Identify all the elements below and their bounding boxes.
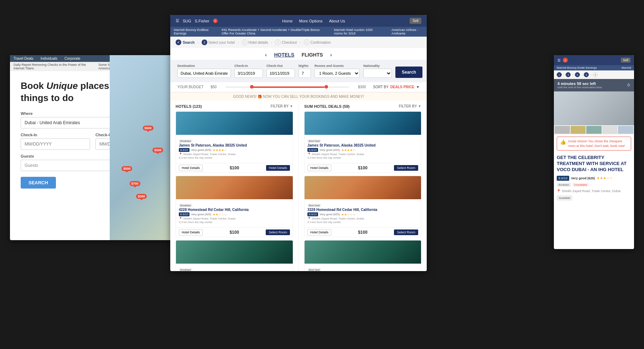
search-button[interactable]: SEARCH <box>21 177 56 189</box>
menu-icon[interactable]: ☰ <box>176 18 179 23</box>
map-panel: $500 $500 $500 $700 $300 <box>110 55 176 240</box>
step-1[interactable]: ✓ Search <box>176 39 194 45</box>
step-3[interactable]: 3 Hotel details <box>242 39 268 45</box>
checkin-label: Check-In <box>234 64 263 68</box>
checkin-field: Check-In <box>234 64 263 78</box>
prev-arrow[interactable]: ‹ <box>262 52 270 58</box>
hotel-info: Best Deal James St Paterson, Alaska 3832… <box>305 135 421 163</box>
nationality-select[interactable] <box>363 69 392 78</box>
hotels-filter-button[interactable]: FILTER BY ▼ <box>271 104 293 109</box>
hotel-info: Breakfast James St Paterson, Alaska 3832… <box>176 135 293 163</box>
hotel-name: 3328 Homestead Rd Cedar Hill, California <box>307 208 418 212</box>
checkin-input[interactable] <box>21 138 90 150</box>
thumb-5[interactable] <box>618 126 633 134</box>
hotel-rating: 8.6/10 Very good (625) ★★★★☆ <box>179 148 290 152</box>
step-arrow: › <box>300 41 301 44</box>
hotel-card: Breakfast 8584 W Sherman Dr Desoto, Okla… <box>176 240 293 271</box>
tab-hotels[interactable]: HOTELS <box>271 52 297 58</box>
step-5-circle: 5 <box>304 39 310 45</box>
step-2[interactable]: 2 Select your hotel <box>202 39 235 45</box>
thumb-3[interactable] <box>586 126 602 134</box>
hotel-details-button[interactable]: Hotel Details <box>307 165 331 171</box>
right-step-1[interactable]: 1 <box>557 72 562 77</box>
step-3-label: Hotel details <box>249 41 268 44</box>
tag-unavailable: Unavailable <box>572 183 589 187</box>
step-arrow: › <box>590 73 591 77</box>
hotel-details-button[interactable]: Hotel Details <box>179 229 203 236</box>
hotel-rating: 8.6/10 Very good (625) ★★☆☆☆ <box>179 212 290 216</box>
nationality-field: Nationality <box>363 64 392 78</box>
thumbs-up-icon: 👍 <box>560 139 566 145</box>
hotel-badge: Breakfast <box>179 204 192 207</box>
nights-input[interactable] <box>298 69 311 78</box>
select-room-button[interactable]: Select Room <box>394 229 418 235</box>
star-rating: ★★☆☆☆ <box>341 213 355 216</box>
nav-about-us[interactable]: About Us <box>329 19 345 23</box>
sum-hotel-card: Best Deal James St Paterson, Alaska 3832… <box>304 111 421 173</box>
hotel-details-button[interactable]: Hotel Details <box>307 229 331 236</box>
sum-deals-count-label: SUM HOTEL DEALS (59) <box>304 104 350 109</box>
right-hotel-location: 📍 Sheikh Zayed Road, Trade Centre, Dubai <box>554 188 634 194</box>
sell-button[interactable]: Sell <box>621 58 630 63</box>
select-room-button[interactable]: Select Room <box>394 165 418 171</box>
hotel-location: 📍 Sheikh Zayed Road, Trade Centre, Dubai <box>179 153 290 156</box>
thumb-1[interactable] <box>555 126 570 134</box>
budget-min-thumb[interactable] <box>250 85 254 89</box>
hotel-location: 📍 Sheikh Zayed Road, Trade Centre, Dubai <box>307 153 418 156</box>
main-nav: Home More Options About Us <box>282 19 345 23</box>
hotel-card: Breakfast 4228 Homestead Rd Cedar Hill, … <box>176 176 293 237</box>
timer-subtitle: until the end of the reservation time <box>557 86 602 89</box>
right-step-3[interactable]: 3 <box>575 72 580 77</box>
nav-home[interactable]: Home <box>282 19 292 23</box>
ticker-left: Marriott Bonvoy Endle Earnings <box>557 66 597 69</box>
right-step-2[interactable]: 2 <box>566 72 571 77</box>
step-4[interactable]: 4 Checkout <box>275 39 297 45</box>
tab-flights[interactable]: FLIGHTS <box>299 52 326 58</box>
checkout-input[interactable] <box>266 69 295 78</box>
step-arrow: › <box>581 73 582 77</box>
hotel-details-button[interactable]: Hotel Details <box>179 165 203 171</box>
step-5[interactable]: 5 Confirmation <box>304 39 331 45</box>
right-step-5[interactable]: 5 <box>593 72 598 77</box>
header-left: ☰ SUG S.Fisher 2 <box>176 18 218 23</box>
step-arrow: › <box>563 73 564 77</box>
right-step-4[interactable]: 4 <box>584 72 589 77</box>
hotel-price: $100 <box>229 230 239 235</box>
hotel-footer: Hotel Details $100 Select Room <box>176 227 293 237</box>
hotel-distance: 3.3 km from the city center <box>307 221 418 224</box>
thumb-2[interactable] <box>571 126 586 134</box>
ticker-right: Marriott <box>622 66 631 69</box>
step-5-label: Confirmation <box>311 41 331 44</box>
map-pin-5: $300 <box>136 194 147 199</box>
panel-left: Travel Deals Individuals Corporate Daily… <box>10 55 176 240</box>
search-submit-button[interactable]: Search <box>395 67 422 78</box>
sum-filter-button[interactable]: FILTER BY ▼ <box>399 104 421 109</box>
thumb-4[interactable] <box>602 126 618 134</box>
select-room-button[interactable]: Select Room <box>266 229 290 235</box>
destination-label: Destination <box>177 64 231 68</box>
checkout-field: Check-Out <box>266 64 295 78</box>
sort-selector[interactable]: SORT BY DEALS PRICE ▼ <box>373 85 420 89</box>
menu-icon[interactable]: ☰ <box>557 58 561 62</box>
top-bar-item[interactable]: Corporate <box>64 57 80 60</box>
top-bar-item[interactable]: Travel Deals <box>14 57 33 60</box>
select-room-button[interactable]: Hotel Details <box>266 165 290 171</box>
rooms-select[interactable]: 1 Room, 2 Guests <box>315 69 360 78</box>
budget-max-thumb[interactable] <box>324 85 328 89</box>
sell-button[interactable]: Sell <box>410 18 421 24</box>
nights-label: Nights <box>298 64 311 68</box>
map-background: $500 $500 $500 $700 $300 <box>110 55 176 240</box>
destination-input[interactable] <box>177 69 231 78</box>
rating-score: 8.6/10 <box>307 148 318 152</box>
middle-header: ☰ SUG S.Fisher 2 Home More Options About… <box>170 15 427 27</box>
right-booking-steps: 1 › 2 › 3 › 4 › 5 <box>554 70 634 79</box>
top-bar-item[interactable]: Individuals <box>41 57 57 60</box>
step-4-label: Checkout <box>282 41 297 44</box>
hotel-price: $100 <box>230 165 239 170</box>
nav-more-options[interactable]: More Options <box>299 19 323 23</box>
budget-slider[interactable] <box>225 86 349 88</box>
star-rating: ★★★☆☆ <box>597 176 613 180</box>
checkin-input[interactable] <box>234 69 263 78</box>
right-hotel-image <box>554 91 634 125</box>
next-arrow[interactable]: › <box>327 52 335 58</box>
